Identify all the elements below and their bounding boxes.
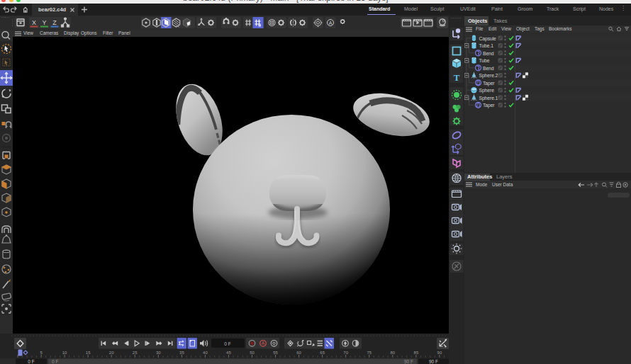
- svg-text:5: 5: [40, 351, 43, 355]
- svg-text:Bend: Bend: [483, 51, 494, 56]
- svg-text:Tube.1: Tube.1: [479, 43, 494, 48]
- svg-text:90 F: 90 F: [429, 359, 438, 364]
- svg-text:Bend: Bend: [483, 66, 494, 71]
- svg-text:Tube: Tube: [479, 58, 490, 63]
- svg-text:Z: Z: [52, 19, 57, 26]
- svg-text:35: 35: [179, 351, 184, 355]
- svg-text:25: 25: [133, 351, 138, 355]
- svg-text:20: 20: [109, 351, 114, 355]
- svg-text:10: 10: [62, 351, 67, 355]
- svg-text:A: A: [262, 341, 265, 346]
- svg-text:Sphere: Sphere: [479, 88, 495, 93]
- svg-text:T: T: [454, 72, 460, 83]
- svg-text:Taper: Taper: [483, 103, 495, 108]
- svg-text:80: 80: [390, 351, 395, 355]
- svg-text:15: 15: [86, 351, 91, 355]
- svg-text:55: 55: [273, 351, 278, 355]
- svg-text:40: 40: [203, 351, 208, 355]
- svg-text:Capsule: Capsule: [479, 36, 497, 42]
- svg-text:75: 75: [367, 351, 372, 355]
- svg-text:30: 30: [156, 351, 161, 355]
- svg-text:0 F: 0 F: [224, 341, 230, 346]
- svg-text:A: A: [329, 21, 333, 25]
- svg-text:0 F: 0 F: [28, 359, 34, 364]
- svg-text:Sphere.2: Sphere.2: [479, 73, 498, 79]
- svg-text:Sphere.1: Sphere.1: [479, 96, 498, 101]
- svg-text:X: X: [32, 19, 36, 26]
- svg-text:90: 90: [437, 351, 442, 355]
- svg-text:60: 60: [296, 351, 301, 355]
- svg-text:85: 85: [414, 351, 419, 355]
- svg-text:70: 70: [343, 351, 348, 355]
- svg-text:Taper: Taper: [483, 81, 495, 86]
- svg-text:50: 50: [250, 351, 255, 355]
- svg-text:45: 45: [226, 351, 231, 355]
- svg-text:65: 65: [320, 351, 325, 355]
- svg-text:Y: Y: [42, 19, 46, 26]
- svg-text:0 F: 0 F: [52, 359, 58, 364]
- svg-text:90 F: 90 F: [404, 359, 413, 364]
